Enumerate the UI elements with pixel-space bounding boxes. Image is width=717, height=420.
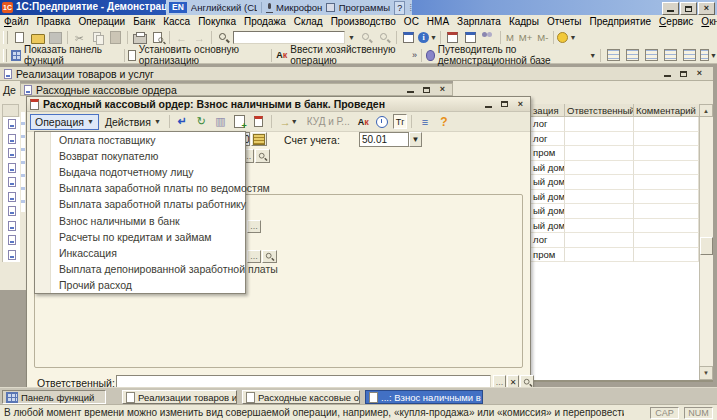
operation-menu-item[interactable]: Возврат покупателю bbox=[35, 148, 245, 164]
operation-menu-item[interactable]: Выплата депонированной заработной платы bbox=[35, 261, 245, 277]
programs-label[interactable]: Программы bbox=[339, 2, 390, 13]
report-icon-button-5[interactable] bbox=[681, 47, 698, 63]
copy-new-button[interactable] bbox=[231, 114, 248, 129]
operation-menu-button[interactable]: Операция▼ bbox=[30, 114, 99, 130]
close-button[interactable]: × bbox=[436, 84, 449, 95]
scroll-up-button[interactable]: ▲ bbox=[699, 104, 713, 117]
minimize-button[interactable] bbox=[661, 68, 674, 79]
memory-mplus-button[interactable]: M+ bbox=[517, 32, 534, 43]
sales-window-titlebar[interactable]: Реализации товаров и услуг × bbox=[0, 67, 713, 81]
operation-menu-item[interactable]: Взнос наличными в банк bbox=[35, 212, 245, 228]
table-row[interactable]: лог bbox=[531, 132, 713, 147]
menu-operations[interactable]: Операции bbox=[74, 16, 129, 27]
scrollbar-thumb[interactable] bbox=[700, 237, 713, 255]
table-row[interactable]: пром bbox=[531, 248, 713, 263]
table-row[interactable]: ый дом... bbox=[531, 175, 713, 190]
tab-cash-orders-list[interactable]: Расходные кассовые ордера bbox=[242, 390, 360, 404]
refresh-button[interactable]: ↻ bbox=[193, 114, 210, 129]
open-button-fragment[interactable] bbox=[255, 149, 270, 163]
toolbar-search-input[interactable] bbox=[233, 31, 345, 44]
help-button[interactable]: ? bbox=[435, 114, 452, 129]
table-row[interactable]: ый дом... bbox=[531, 219, 713, 234]
table-row[interactable]: лог bbox=[531, 233, 713, 248]
menu-purchase[interactable]: Покупка bbox=[194, 16, 240, 27]
menu-cash[interactable]: Касса bbox=[159, 16, 194, 27]
close-button[interactable]: × bbox=[514, 99, 527, 110]
menu-enterprise[interactable]: Предприятие bbox=[585, 16, 655, 27]
tab-sales-list[interactable]: Реализации товаров и услуг bbox=[122, 390, 237, 404]
langbar-options-icon[interactable]: ⁞ bbox=[409, 3, 412, 13]
structure-button[interactable]: ≡ bbox=[416, 114, 433, 129]
menu-salary[interactable]: Зарплата bbox=[453, 16, 505, 27]
operation-menu-item[interactable]: Прочий расход bbox=[35, 277, 245, 293]
report-icon-button-3[interactable] bbox=[643, 47, 660, 63]
column-header-responsible[interactable]: Ответственный bbox=[565, 104, 634, 117]
minimize-button[interactable] bbox=[482, 99, 495, 110]
language-code-badge[interactable]: EN bbox=[169, 2, 187, 13]
select-button-fragment[interactable]: … bbox=[247, 250, 261, 263]
operation-menu-item[interactable]: Выплата заработной платы по ведомостям bbox=[35, 180, 245, 196]
menu-service[interactable]: Сервис bbox=[655, 16, 697, 27]
account-combo[interactable]: 50.01 bbox=[359, 132, 409, 147]
table-row[interactable]: ый дом... bbox=[531, 190, 713, 205]
menu-edit[interactable]: Правка bbox=[33, 16, 75, 27]
operation-menu-item[interactable]: Расчеты по кредитам и займам bbox=[35, 229, 245, 245]
post-document-button[interactable] bbox=[250, 114, 267, 129]
table-row[interactable]: лог bbox=[531, 117, 713, 132]
post-and-close-button[interactable]: ↵ bbox=[174, 114, 191, 129]
menu-os[interactable]: ОС bbox=[400, 16, 423, 27]
menu-bank[interactable]: Банк bbox=[129, 16, 159, 27]
menu-reports[interactable]: Отчеты bbox=[543, 16, 586, 27]
microphone-label[interactable]: Микрофон bbox=[276, 2, 322, 13]
accounting-check-button[interactable]: Ак bbox=[355, 114, 372, 129]
operation-menu-item[interactable]: Инкассация bbox=[35, 245, 245, 261]
menu-hr[interactable]: Кадры bbox=[505, 16, 543, 27]
maximize-button[interactable] bbox=[420, 84, 433, 95]
report-icon-button-4[interactable] bbox=[662, 47, 679, 63]
column-header-organization[interactable]: зация bbox=[531, 104, 565, 117]
menu-file[interactable]: Файл bbox=[0, 16, 33, 27]
reread-button[interactable]: ▥ bbox=[212, 114, 229, 129]
report-icon-button-2[interactable] bbox=[624, 47, 641, 63]
operation-menu-item[interactable]: Оплата поставщику bbox=[35, 132, 245, 148]
table-row[interactable]: пром bbox=[531, 146, 713, 161]
menu-warehouse[interactable]: Склад bbox=[290, 16, 327, 27]
account-dropdown-button[interactable]: ▼ bbox=[409, 132, 422, 147]
menu-nma[interactable]: НМА bbox=[423, 16, 453, 27]
cash-list-window-titlebar[interactable]: Расходные кассовые ордера × bbox=[20, 83, 453, 96]
langbar-help-button[interactable]: ? bbox=[394, 1, 405, 15]
select-button-fragment[interactable]: … bbox=[247, 220, 261, 233]
open-button-fragment[interactable] bbox=[262, 250, 277, 263]
close-button[interactable]: × bbox=[698, 2, 715, 15]
tab-cash-order-document[interactable]: ...: Взнос наличными в бан... bbox=[365, 390, 483, 404]
scroll-down-button[interactable]: ▼ bbox=[699, 366, 713, 380]
table-row[interactable]: ый дом... bbox=[531, 161, 713, 176]
operation-menu-item[interactable]: Выдача подотчетному лицу bbox=[35, 164, 245, 180]
restore-button[interactable] bbox=[677, 68, 690, 79]
kudir-button[interactable]: КУД и Р... bbox=[307, 116, 350, 127]
vertical-scrollbar[interactable] bbox=[699, 117, 713, 366]
minimize-button[interactable] bbox=[404, 84, 417, 95]
set-main-organization-button[interactable]: Установить основную организацию bbox=[128, 44, 267, 66]
cash-order-titlebar[interactable]: Расходный кассовый ордер: Взнос наличным… bbox=[27, 97, 530, 112]
memory-m-button[interactable]: M bbox=[504, 32, 516, 43]
menu-windows[interactable]: Окна bbox=[697, 16, 717, 27]
actions-button-fragment[interactable]: Де bbox=[3, 84, 16, 96]
operation-menu-item[interactable]: Выплата заработной платы работнику bbox=[35, 196, 245, 212]
show-function-panel-button[interactable]: Показать панель функций bbox=[11, 44, 119, 66]
menu-sales[interactable]: Продажа bbox=[240, 16, 290, 27]
language-name[interactable]: Английский (США) bbox=[191, 2, 257, 13]
totals-toggle-button[interactable]: Тг bbox=[393, 114, 408, 129]
icon-column-header[interactable] bbox=[2, 104, 19, 117]
time-button[interactable] bbox=[374, 114, 391, 129]
demo-guide-button[interactable]: Путеводитель по демонстрационной базе▼ bbox=[426, 44, 596, 66]
maximize-button[interactable] bbox=[498, 99, 511, 110]
actions-menu-button[interactable]: Действия▼ bbox=[101, 115, 165, 129]
table-row[interactable]: ый дом... bbox=[531, 204, 713, 219]
go-to-button[interactable]: →▼ bbox=[276, 114, 302, 129]
minimize-button[interactable] bbox=[662, 2, 679, 15]
toolbar-overflow-chevron[interactable]: » bbox=[412, 50, 417, 60]
close-button[interactable]: × bbox=[693, 68, 706, 79]
date-picker-button[interactable] bbox=[251, 132, 267, 146]
tab-function-panel[interactable]: Панель функций bbox=[2, 390, 106, 404]
